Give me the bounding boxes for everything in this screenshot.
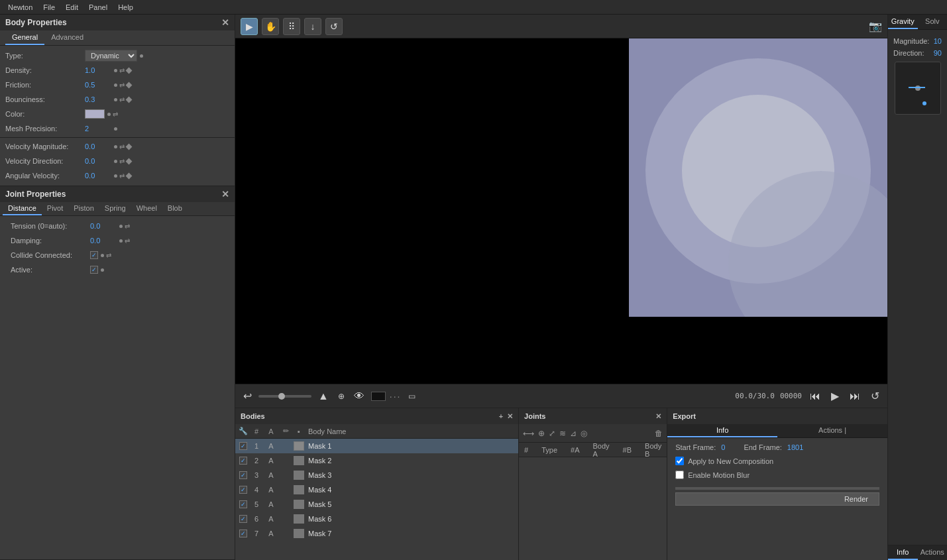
- transport-eye[interactable]: 👁: [351, 389, 367, 404]
- joint-tool-3[interactable]: ⤢: [549, 429, 555, 438]
- joint-tool-6[interactable]: ◎: [581, 429, 587, 438]
- magnitude-label: Magnitude:: [893, 37, 929, 45]
- transport-zoom[interactable]: ⊕: [335, 390, 347, 402]
- friction-diamond[interactable]: [126, 82, 133, 88]
- joint-tool-1[interactable]: ⟷: [523, 429, 534, 438]
- body-checkbox-7[interactable]: [239, 530, 247, 537]
- collide-shuffle[interactable]: ⇄: [106, 252, 111, 259]
- apply-checkbox[interactable]: [675, 457, 684, 465]
- bodies-col-icon: 🔧: [238, 427, 249, 435]
- color-swatch[interactable]: [85, 109, 105, 119]
- damping-value[interactable]: 0.0: [90, 237, 117, 245]
- bottom-info-tab[interactable]: Info: [888, 545, 918, 560]
- tool-play[interactable]: ▶: [241, 18, 258, 35]
- transport-step-forward[interactable]: ⏭: [847, 389, 863, 404]
- body-properties-close[interactable]: ✕: [221, 17, 229, 28]
- joint-tab-wheel[interactable]: Wheel: [131, 202, 162, 215]
- tool-grid[interactable]: ⠿: [283, 18, 300, 35]
- joint-tab-blob[interactable]: Blob: [162, 202, 188, 215]
- transport-rect[interactable]: ▭: [406, 390, 418, 402]
- tab-general[interactable]: General: [5, 30, 44, 45]
- friction-value[interactable]: 0.5: [85, 81, 111, 89]
- menu-help[interactable]: Help: [113, 2, 139, 13]
- menu-file[interactable]: File: [38, 2, 60, 13]
- body-row-1[interactable]: 1 A Mask 1: [235, 439, 518, 453]
- tab-info[interactable]: Info: [667, 424, 777, 437]
- bodies-close-icon[interactable]: ✕: [507, 412, 513, 421]
- active-checkbox[interactable]: [90, 266, 98, 274]
- mesh-value[interactable]: 2: [85, 125, 111, 133]
- vel-dir-diamond[interactable]: [126, 158, 133, 164]
- body-checkbox-4[interactable]: [239, 486, 247, 494]
- vel-dir-value[interactable]: 0.0: [85, 157, 111, 165]
- motion-blur-checkbox[interactable]: [675, 471, 684, 479]
- start-frame-value[interactable]: 0: [721, 443, 725, 451]
- right-tab-gravity[interactable]: Gravity: [888, 15, 918, 29]
- vel-dir-shuffle[interactable]: ⇄: [119, 158, 125, 165]
- transport-play[interactable]: ▶: [828, 388, 842, 404]
- body-checkbox-6[interactable]: [239, 515, 247, 523]
- camera-icon[interactable]: 📷: [869, 20, 882, 32]
- joint-tab-piston[interactable]: Piston: [68, 202, 99, 215]
- ang-vel-value[interactable]: 0.0: [85, 172, 111, 180]
- joint-tab-distance[interactable]: Distance: [3, 202, 42, 215]
- right-tab-solver[interactable]: Solv: [918, 15, 948, 29]
- bodies-add-icon[interactable]: +: [499, 412, 503, 420]
- vel-mag-shuffle[interactable]: ⇄: [119, 143, 125, 150]
- density-diamond[interactable]: [126, 67, 133, 74]
- bottom-actions-tab[interactable]: Actions: [918, 545, 948, 560]
- joint-tab-spring[interactable]: Spring: [99, 202, 131, 215]
- tool-down[interactable]: ↓: [304, 18, 321, 35]
- joint-properties-close[interactable]: ✕: [221, 189, 229, 199]
- direction-value[interactable]: 90: [934, 49, 942, 57]
- render-button[interactable]: Render: [675, 492, 879, 506]
- transport-up[interactable]: ▲: [315, 389, 331, 404]
- joint-tool-5[interactable]: ⊿: [570, 429, 577, 438]
- joints-close-icon[interactable]: ✕: [655, 412, 661, 421]
- friction-shuffle[interactable]: ⇄: [119, 82, 125, 89]
- tab-advanced[interactable]: Advanced: [44, 30, 90, 45]
- joint-tool-2[interactable]: ⊕: [538, 429, 545, 438]
- color-shuffle[interactable]: ⇄: [113, 111, 118, 118]
- joint-delete[interactable]: 🗑: [655, 429, 663, 438]
- body-row-2[interactable]: 2 A Mask 2: [235, 453, 518, 468]
- body-checkbox-5[interactable]: [239, 500, 247, 508]
- transport-undo[interactable]: ↩: [241, 388, 254, 404]
- tension-shuffle[interactable]: ⇄: [125, 223, 130, 230]
- body-row-4[interactable]: 4 A Mask 4: [235, 482, 518, 497]
- type-select[interactable]: Dynamic Static Kinematic: [85, 50, 137, 62]
- collide-checkbox[interactable]: [90, 251, 98, 259]
- menu-edit[interactable]: Edit: [60, 2, 84, 13]
- magnitude-value[interactable]: 10: [934, 37, 942, 45]
- joint-tool-4[interactable]: ≋: [559, 429, 566, 438]
- damping-shuffle[interactable]: ⇄: [125, 237, 130, 245]
- body-checkbox-2[interactable]: [239, 457, 247, 465]
- tool-hand[interactable]: ✋: [262, 18, 279, 35]
- density-shuffle[interactable]: ⇄: [119, 67, 125, 74]
- vel-mag-value[interactable]: 0.0: [85, 142, 111, 150]
- end-frame-value[interactable]: 1801: [787, 443, 803, 451]
- menu-panel[interactable]: Panel: [84, 2, 113, 13]
- density-value[interactable]: 1.0: [85, 66, 111, 74]
- bounciness-shuffle[interactable]: ⇄: [119, 96, 125, 103]
- vel-mag-diamond[interactable]: [126, 143, 133, 150]
- transport-skip-back[interactable]: ⏮: [807, 389, 823, 404]
- bounciness-diamond[interactable]: [126, 96, 133, 103]
- body-row-3[interactable]: 3 A Mask 3: [235, 468, 518, 482]
- body-checkbox-1[interactable]: [239, 442, 247, 450]
- tab-actions[interactable]: Actions |: [777, 424, 887, 437]
- body-row-6[interactable]: 6 A Mask 6: [235, 512, 518, 526]
- ang-vel-shuffle[interactable]: ⇄: [119, 172, 125, 180]
- timeline-slider[interactable]: [258, 395, 311, 398]
- menu-newton[interactable]: Newton: [3, 2, 38, 13]
- body-checkbox-3[interactable]: [239, 471, 247, 479]
- bounciness-value[interactable]: 0.3: [85, 95, 111, 103]
- body-row-7[interactable]: 7 A Mask 7: [235, 526, 518, 541]
- body-row-5[interactable]: 5 A Mask 5: [235, 497, 518, 512]
- tension-value[interactable]: 0.0: [90, 222, 117, 230]
- joint-tab-pivot[interactable]: Pivot: [42, 202, 68, 215]
- vel-dir-label: Velocity Direction:: [5, 157, 85, 165]
- ang-vel-diamond[interactable]: [126, 172, 133, 179]
- transport-loop[interactable]: ↺: [868, 388, 882, 404]
- tool-rotate[interactable]: ↺: [325, 18, 343, 35]
